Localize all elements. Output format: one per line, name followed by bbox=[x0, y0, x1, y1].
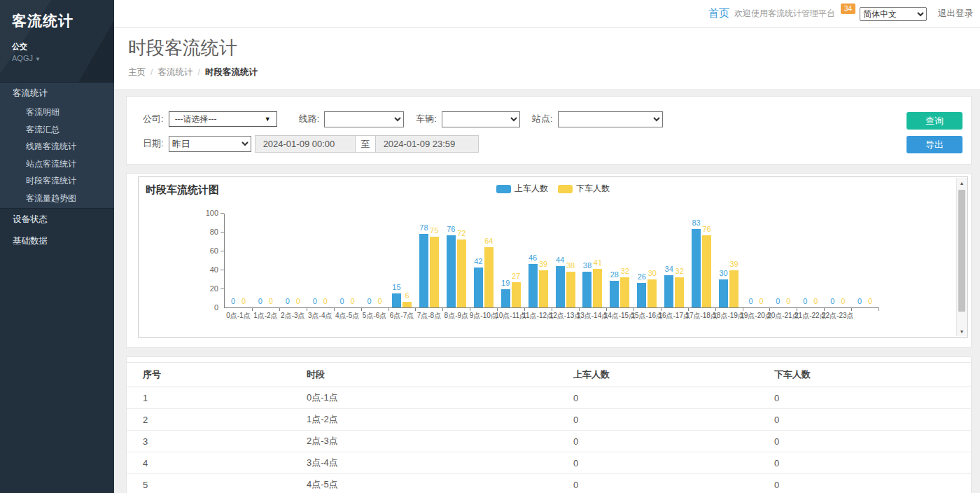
table-cell: 0点-1点 bbox=[290, 387, 557, 409]
bar-group: 0020点-21点 bbox=[769, 214, 797, 307]
language-select[interactable]: 简体中文 bbox=[860, 7, 927, 21]
sidebar-item-device-status[interactable]: 设备状态 bbox=[0, 209, 114, 230]
bar: 6 bbox=[402, 302, 412, 307]
export-button[interactable]: 导出 bbox=[906, 136, 962, 153]
sidebar-item-basic-data[interactable]: 基础数据 bbox=[0, 230, 114, 252]
bar-group: 443812点-13点 bbox=[552, 214, 579, 307]
table-cell: 0 bbox=[557, 431, 758, 452]
vehicle-select[interactable] bbox=[442, 111, 520, 127]
bar: 41 bbox=[593, 269, 602, 307]
bar-group: 837617点-18点 bbox=[688, 214, 715, 307]
chart-scrollbar[interactable]: ▲ ▼ bbox=[956, 178, 967, 336]
filter-panel: 公司: ---请选择--- ▼ 线路: 车辆: 站点: 日期: 昨日 2024-… bbox=[126, 96, 972, 165]
sidebar-item-trend-chart[interactable]: 客流量趋势图 bbox=[0, 190, 114, 207]
breadcrumb-home[interactable]: 主页 bbox=[128, 67, 146, 77]
account-dropdown[interactable]: AQGJ ▼ bbox=[12, 54, 114, 62]
bar-value-label: 0 bbox=[351, 297, 355, 305]
bar-group: 0022点-23点 bbox=[824, 214, 851, 307]
date-preset-select[interactable]: 昨日 bbox=[169, 136, 251, 152]
table-row: 21点-2点00 bbox=[127, 409, 971, 431]
table-row: 10点-1点00 bbox=[127, 387, 971, 409]
org-name: 公交 bbox=[12, 41, 114, 52]
scrollbar-thumb[interactable] bbox=[958, 190, 965, 312]
y-axis-label: 40 bbox=[210, 265, 218, 274]
sidebar-item-passenger-stats[interactable]: 客流统计 bbox=[0, 82, 114, 104]
sidebar-item-passenger-summary[interactable]: 客流汇总 bbox=[0, 121, 114, 139]
y-axis-label: 60 bbox=[210, 246, 218, 255]
data-table: 序号 时段 上车人数 下车人数 10点-1点0021点-2点0032点-3点00… bbox=[127, 362, 971, 493]
bar-group: 003点-4点 bbox=[307, 214, 334, 307]
bar-group: 384113点-14点 bbox=[579, 214, 606, 307]
legend-item[interactable]: 上车人数 bbox=[496, 183, 548, 195]
breadcrumb-section[interactable]: 客流统计 bbox=[158, 67, 192, 77]
table-cell: 4点-5点 bbox=[290, 474, 557, 493]
station-select[interactable] bbox=[558, 111, 663, 127]
x-axis-label: 3点-4点 bbox=[308, 311, 332, 321]
bar-value-label: 34 bbox=[665, 265, 673, 273]
bar-value-label: 0 bbox=[868, 297, 872, 305]
legend-swatch-icon bbox=[558, 185, 573, 193]
bar-group: 0021点-22点 bbox=[797, 214, 824, 307]
topbar: 首页 欢迎使用客流统计管理平台 34 简体中文 退出登录 bbox=[114, 0, 980, 28]
scroll-up-arrow-icon[interactable]: ▲ bbox=[957, 178, 967, 188]
bar-value-label: 41 bbox=[594, 258, 602, 267]
app-title: 客流统计 bbox=[12, 11, 114, 31]
logo-block: 客流统计 公交 AQGJ ▼ bbox=[0, 0, 114, 82]
query-button[interactable]: 查询 bbox=[906, 112, 962, 130]
bar-value-label: 0 bbox=[313, 297, 317, 305]
date-separator: 至 bbox=[356, 135, 375, 153]
y-axis-tick bbox=[220, 232, 224, 232]
bar-value-label: 30 bbox=[719, 269, 727, 277]
sidebar-item-line-stats[interactable]: 线路客流统计 bbox=[0, 138, 114, 155]
bar-group: 002点-3点 bbox=[279, 214, 307, 307]
content: 公司: ---请选择--- ▼ 线路: 车辆: 站点: 日期: 昨日 2024-… bbox=[114, 89, 980, 493]
bar-value-label: 32 bbox=[621, 267, 629, 275]
table-cell: 0 bbox=[758, 474, 971, 493]
bar-group: 463911点-12点 bbox=[524, 214, 552, 307]
bar-value-label: 27 bbox=[512, 272, 520, 280]
company-select[interactable]: ---请选择--- ▼ bbox=[169, 111, 277, 127]
page-title: 时段客流统计 bbox=[128, 36, 980, 60]
bar: 44 bbox=[556, 266, 565, 307]
date-to-input[interactable]: 2024-01-09 23:59 bbox=[375, 135, 479, 153]
bar-value-label: 0 bbox=[269, 297, 273, 305]
bar-value-label: 0 bbox=[378, 297, 382, 305]
bar-value-label: 0 bbox=[830, 297, 834, 305]
line-select[interactable] bbox=[324, 111, 404, 127]
date-label: 日期: bbox=[143, 137, 164, 150]
bar: 39 bbox=[539, 270, 548, 307]
table-cell: 1点-2点 bbox=[290, 409, 557, 431]
bar-group: 78757点-8点 bbox=[415, 214, 442, 307]
bar-value-label: 39 bbox=[539, 260, 547, 268]
scroll-down-arrow-icon[interactable]: ▼ bbox=[957, 326, 967, 336]
logout-link[interactable]: 退出登录 bbox=[938, 8, 973, 20]
col-header-index: 序号 bbox=[127, 363, 290, 387]
legend-item[interactable]: 下车人数 bbox=[558, 183, 610, 195]
bar: 76 bbox=[702, 235, 711, 307]
sidebar-item-period-stats[interactable]: 时段客流统计 bbox=[0, 172, 114, 190]
bar-group: 192710点-11点 bbox=[497, 214, 524, 307]
bar-value-label: 76 bbox=[703, 225, 711, 233]
bar: 72 bbox=[457, 239, 466, 307]
chart-title: 时段车流统计图 bbox=[146, 183, 219, 197]
bar-value-label: 75 bbox=[430, 226, 438, 235]
sidebar: 客流统计 公交 AQGJ ▼ 客流统计 客流明细 客流汇总 线路客流统计 站点客… bbox=[0, 0, 114, 493]
bar-value-label: 39 bbox=[729, 260, 738, 268]
sidebar-item-station-stats[interactable]: 站点客流统计 bbox=[0, 155, 114, 173]
bar-value-label: 0 bbox=[786, 297, 790, 305]
bar-value-label: 72 bbox=[457, 229, 465, 237]
breadcrumb: 主页/客流统计/时段客流统计 bbox=[128, 67, 980, 78]
home-link[interactable]: 首页 bbox=[708, 7, 729, 20]
date-from-input[interactable]: 2024-01-09 00:00 bbox=[255, 135, 356, 153]
sidebar-item-passenger-detail[interactable]: 客流明细 bbox=[0, 104, 114, 121]
bar: 75 bbox=[430, 237, 439, 307]
chart-panel: 时段车流统计图 上车人数下车人数 020406080100000点-1点001点… bbox=[126, 173, 972, 348]
table-body: 10点-1点0021点-2点0032点-3点0043点-4点0054点-5点00… bbox=[127, 387, 971, 493]
bar: 30 bbox=[719, 279, 728, 308]
y-axis-label: 0 bbox=[214, 303, 218, 312]
bar-group: 004点-5点 bbox=[334, 214, 361, 307]
bar: 38 bbox=[566, 272, 575, 307]
table-cell: 0 bbox=[557, 409, 758, 431]
x-axis-label: 7点-8点 bbox=[417, 311, 441, 321]
bar: 78 bbox=[419, 234, 428, 307]
